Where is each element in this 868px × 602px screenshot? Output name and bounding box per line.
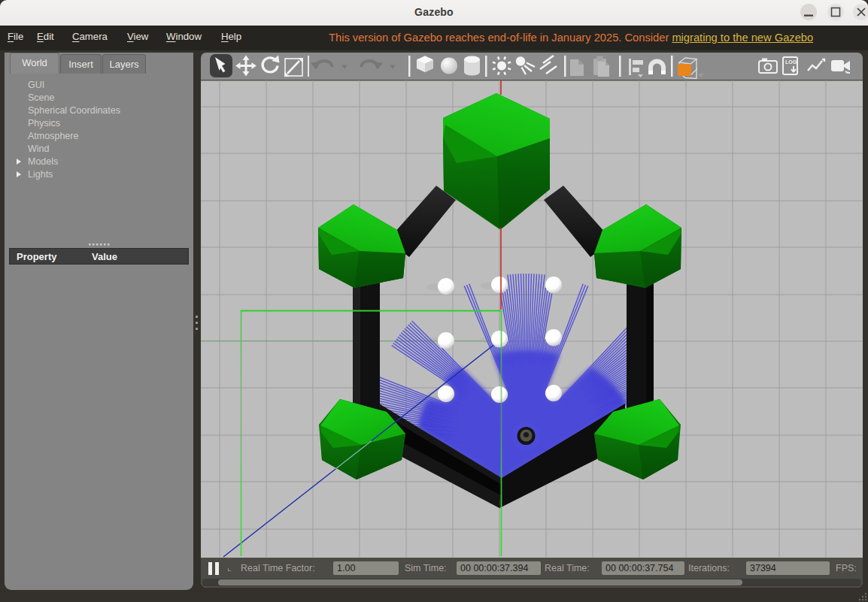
svg-text:LOG: LOG [785, 59, 797, 65]
